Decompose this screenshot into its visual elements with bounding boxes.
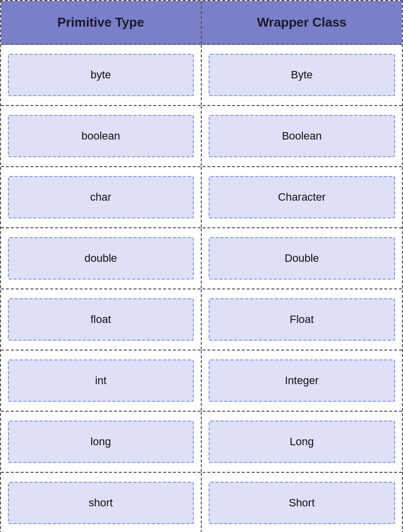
table-row: booleanBoolean — [1, 106, 402, 167]
wrapper-cell: Character — [202, 167, 403, 227]
primitive-cell: short — [1, 473, 202, 532]
primitive-cell: long — [1, 412, 202, 472]
table-row: longLong — [1, 412, 402, 473]
primitive-type-header: Primitive Type — [1, 1, 202, 44]
primitive-cell: byte — [1, 45, 202, 105]
wrapper-value: Long — [209, 421, 396, 463]
wrapper-value: Integer — [209, 359, 396, 402]
wrapper-value: Byte — [209, 54, 396, 96]
primitive-value: int — [8, 359, 194, 402]
primitive-cell: char — [1, 167, 202, 227]
wrapper-cell: Short — [202, 473, 403, 532]
primitive-value: double — [8, 237, 194, 280]
main-table: Primitive Type Wrapper Class byteByteboo… — [0, 0, 403, 532]
primitive-value: long — [8, 421, 194, 463]
primitive-value: char — [8, 176, 194, 218]
table-body: byteBytebooleanBooleancharCharacterdoubl… — [1, 45, 402, 532]
table-row: shortShort — [1, 473, 402, 532]
wrapper-value: Boolean — [209, 115, 396, 157]
table-header: Primitive Type Wrapper Class — [1, 1, 402, 45]
primitive-cell: float — [1, 289, 202, 350]
wrapper-value: Short — [209, 482, 396, 524]
table-row: byteByte — [1, 45, 402, 106]
primitive-cell: double — [1, 228, 202, 288]
wrapper-value: Character — [209, 176, 396, 218]
primitive-value: boolean — [8, 115, 194, 157]
primitive-value: float — [8, 298, 194, 341]
wrapper-cell: Long — [202, 412, 403, 472]
primitive-cell: int — [1, 351, 202, 411]
primitive-value: byte — [8, 54, 194, 96]
primitive-value: short — [8, 482, 194, 524]
table-row: doubleDouble — [1, 228, 402, 289]
table-row: charCharacter — [1, 167, 402, 228]
wrapper-class-header: Wrapper Class — [202, 1, 403, 44]
table-row: intInteger — [1, 351, 402, 412]
wrapper-value: Double — [209, 237, 396, 280]
wrapper-cell: Double — [202, 228, 403, 288]
wrapper-value: Float — [209, 298, 396, 341]
wrapper-cell: Boolean — [202, 106, 403, 166]
table-row: floatFloat — [1, 289, 402, 351]
wrapper-cell: Integer — [202, 351, 403, 411]
wrapper-cell: Byte — [202, 45, 403, 105]
primitive-cell: boolean — [1, 106, 202, 166]
wrapper-cell: Float — [202, 289, 403, 350]
